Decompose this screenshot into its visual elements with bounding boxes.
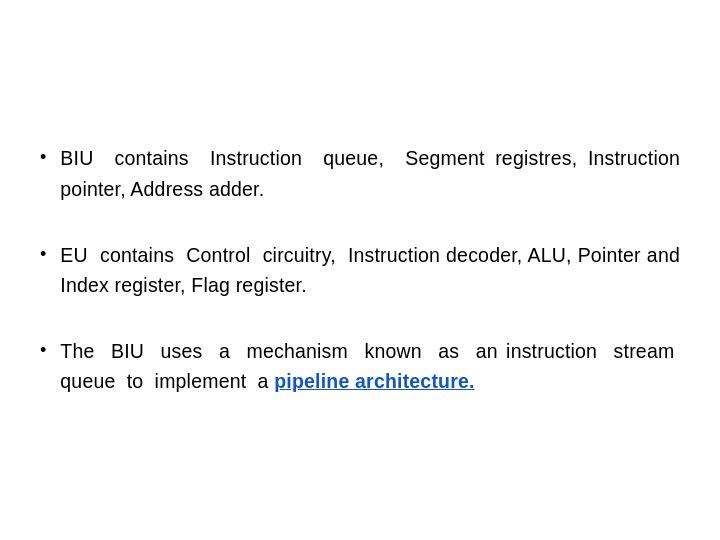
bullet-dot-3: • xyxy=(40,337,46,365)
bullet-text-3: The BIU uses a mechanism known as an ins… xyxy=(60,336,680,396)
bullet-text-1: BIU contains Instruction queue, Segment … xyxy=(60,143,680,203)
bullet-item-1: • BIU contains Instruction queue, Segmen… xyxy=(40,143,680,203)
bullet-item-2: • EU contains Control circuitry, Instruc… xyxy=(40,240,680,300)
bullet-dot-1: • xyxy=(40,144,46,172)
bullet-item-3: • The BIU uses a mechanism known as an i… xyxy=(40,336,680,396)
bullet-dot-2: • xyxy=(40,241,46,269)
main-content: • BIU contains Instruction queue, Segmen… xyxy=(30,123,690,416)
bullet-text-2: EU contains Control circuitry, Instructi… xyxy=(60,240,680,300)
pipeline-link[interactable]: pipeline architecture. xyxy=(274,370,474,392)
